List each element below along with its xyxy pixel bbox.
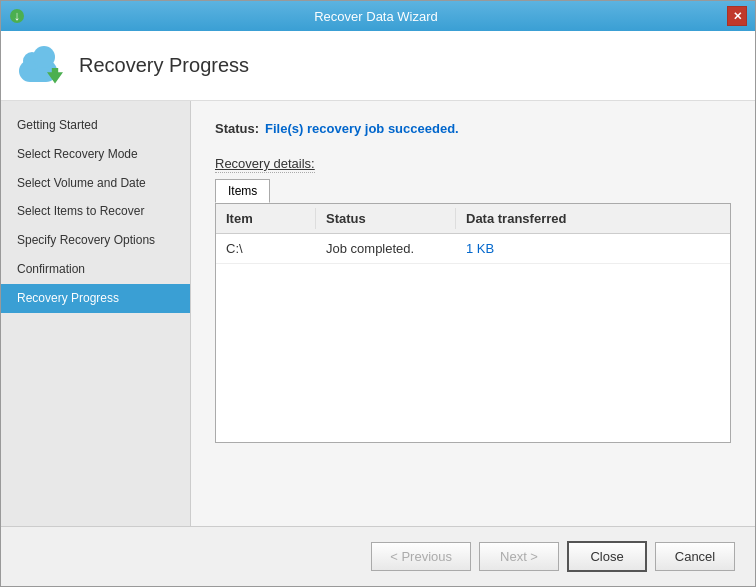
window: ↓ Recover Data Wizard ✕ Recovery Progres… bbox=[0, 0, 756, 587]
items-table: Item Status Data transferred C:\ Job com… bbox=[215, 203, 731, 443]
title-bar-title: Recover Data Wizard bbox=[25, 9, 727, 24]
header-icon bbox=[17, 42, 65, 90]
recovery-details-label: Recovery details: bbox=[215, 156, 315, 173]
close-window-button[interactable]: ✕ bbox=[727, 6, 747, 26]
column-header-status: Status bbox=[316, 208, 456, 229]
title-bar-app-icon: ↓ bbox=[9, 8, 25, 24]
sidebar: Getting Started Select Recovery Mode Sel… bbox=[1, 101, 191, 526]
status-value: File(s) recovery job succeeded. bbox=[265, 121, 459, 136]
table-header: Item Status Data transferred bbox=[216, 204, 730, 234]
cancel-button[interactable]: Cancel bbox=[655, 542, 735, 571]
tab-bar: Items bbox=[215, 179, 731, 203]
status-line: Status: File(s) recovery job succeeded. bbox=[215, 121, 731, 136]
main-panel: Status: File(s) recovery job succeeded. … bbox=[191, 101, 755, 526]
close-button[interactable]: Close bbox=[567, 541, 647, 572]
header-title: Recovery Progress bbox=[79, 54, 249, 77]
content-area: Getting Started Select Recovery Mode Sel… bbox=[1, 101, 755, 526]
title-bar: ↓ Recover Data Wizard ✕ bbox=[1, 1, 755, 31]
sidebar-item-select-recovery-mode[interactable]: Select Recovery Mode bbox=[1, 140, 190, 169]
status-label: Status: bbox=[215, 121, 259, 136]
table-row: C:\ Job completed. 1 KB bbox=[216, 234, 730, 264]
column-header-data-transferred: Data transferred bbox=[456, 208, 730, 229]
tab-items[interactable]: Items bbox=[215, 179, 270, 203]
svg-text:↓: ↓ bbox=[14, 8, 21, 23]
header: Recovery Progress bbox=[1, 31, 755, 101]
footer: < Previous Next > Close Cancel bbox=[1, 526, 755, 586]
cell-item: C:\ bbox=[216, 238, 316, 259]
sidebar-item-recovery-progress[interactable]: Recovery Progress bbox=[1, 284, 190, 313]
next-button[interactable]: Next > bbox=[479, 542, 559, 571]
previous-button[interactable]: < Previous bbox=[371, 542, 471, 571]
sidebar-item-confirmation[interactable]: Confirmation bbox=[1, 255, 190, 284]
cell-status: Job completed. bbox=[316, 238, 456, 259]
sidebar-item-select-volume-date[interactable]: Select Volume and Date bbox=[1, 169, 190, 198]
sidebar-item-select-items[interactable]: Select Items to Recover bbox=[1, 197, 190, 226]
title-bar-controls: ✕ bbox=[727, 6, 747, 26]
sidebar-item-getting-started[interactable]: Getting Started bbox=[1, 111, 190, 140]
column-header-item: Item bbox=[216, 208, 316, 229]
sidebar-item-specify-options[interactable]: Specify Recovery Options bbox=[1, 226, 190, 255]
cell-data-transferred: 1 KB bbox=[456, 238, 730, 259]
